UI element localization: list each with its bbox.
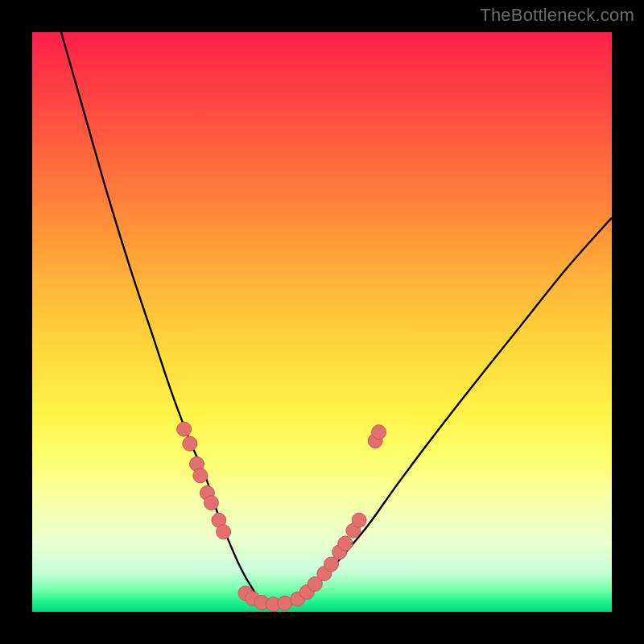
watermark-text: TheBottleneck.com bbox=[480, 5, 634, 26]
curve-marker bbox=[183, 436, 197, 451]
marker-layer bbox=[177, 422, 386, 611]
bottleneck-curve bbox=[61, 32, 612, 606]
curve-marker bbox=[204, 496, 218, 510]
curve-marker bbox=[193, 469, 208, 483]
plot-area bbox=[32, 32, 612, 612]
curve-marker bbox=[352, 513, 366, 527]
curve-marker bbox=[372, 425, 386, 440]
chart-frame: TheBottleneck.com bbox=[0, 0, 644, 644]
curve-marker bbox=[324, 557, 339, 572]
curve-marker bbox=[338, 536, 353, 551]
curve-marker bbox=[217, 525, 231, 539]
curve-marker bbox=[177, 422, 192, 436]
bottleneck-curve-svg bbox=[32, 32, 612, 612]
curve-marker bbox=[278, 596, 292, 610]
